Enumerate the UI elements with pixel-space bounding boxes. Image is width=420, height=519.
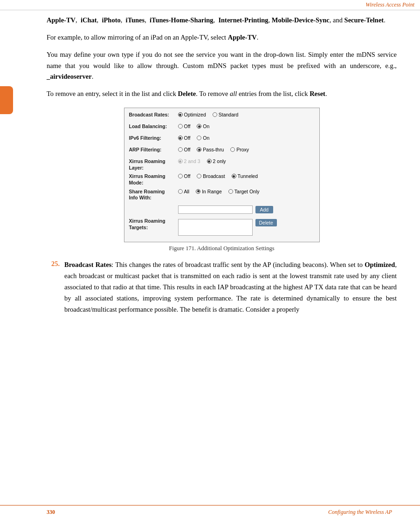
option-standard: Standard xyxy=(213,112,239,117)
label-mode-off: Off xyxy=(184,173,191,179)
radio-standard xyxy=(213,112,217,117)
paragraph-1: Apple-TV, iChat, iPhoto, iTunes, iTunes-… xyxy=(47,15,397,26)
option-arp-passthru: Pass-thru xyxy=(197,147,224,152)
term-mobile-sync: Mobile-Device-Sync xyxy=(272,16,330,24)
radio-mode-tunneled xyxy=(232,174,236,178)
label-optimized: Optimized xyxy=(184,112,206,117)
radio-arp-off xyxy=(178,147,183,152)
label-arp-passthru: Pass-thru xyxy=(203,147,224,152)
option-arp-proxy: Proxy xyxy=(230,147,249,152)
label-load-balancing: Load Balancing: xyxy=(129,123,178,130)
label-ipv6-on: On xyxy=(203,135,209,141)
term-ichat: iChat xyxy=(81,16,97,24)
label-share-inrange: In Range xyxy=(202,189,222,194)
radio-ipv6-off xyxy=(178,136,183,140)
label-ipv6-off: Off xyxy=(184,135,191,141)
option-lb-on: On xyxy=(197,123,209,129)
radio-mode-broadcast xyxy=(197,174,201,178)
radio-layer-2and3 xyxy=(178,159,183,164)
option-mode-broadcast: Broadcast xyxy=(197,173,225,179)
label-mode-tunneled: Tunneled xyxy=(238,173,258,179)
option-mode-off: Off xyxy=(178,173,191,179)
target-list-box[interactable] xyxy=(178,219,253,236)
apple-tv-bold: Apple-TV xyxy=(228,34,257,41)
options-share-roaming: All In Range Target Only xyxy=(178,189,315,194)
paragraph-4: To remove an entry, select it in the lis… xyxy=(47,89,397,99)
term-broadcast-rates: Broadcast Rates xyxy=(64,261,111,268)
label-arp-off: Off xyxy=(184,147,191,152)
item-25-number: 25. xyxy=(47,260,60,315)
label-share-targetonly: Target Only xyxy=(234,189,260,194)
add-button[interactable]: Add xyxy=(255,206,274,213)
radio-lb-off xyxy=(178,124,183,129)
radio-arp-passthru xyxy=(197,147,201,152)
options-roaming-mode: Off Broadcast Tunneled xyxy=(178,173,315,179)
reset-bold: Reset xyxy=(310,90,325,97)
term-internet-printing: Internet-Printing xyxy=(218,16,268,24)
paragraph-3: You may define your own type if you do n… xyxy=(47,49,397,82)
add-delete-area: Add xyxy=(178,205,274,216)
row-share-roaming: Share Roaming Info With: All In Range Ta… xyxy=(129,189,315,201)
option-arp-off: Off xyxy=(178,147,191,152)
label-ipv6: IPv6 Filtering: xyxy=(129,135,178,142)
label-lb-on: On xyxy=(203,123,209,129)
label-roaming-mode: Xirrus Roaming Mode: xyxy=(129,173,178,186)
code-airvideoserver: _airvideoserver xyxy=(47,73,92,80)
options-roaming-layer: 2 and 3 2 only xyxy=(178,158,315,164)
term-iphoto: iPhoto xyxy=(102,16,120,24)
row-roaming-layer: Xirrus Roaming Layer: 2 and 3 2 only xyxy=(129,158,315,171)
footer-section: Configuring the Wireless AP xyxy=(328,509,392,516)
row-roaming-mode: Xirrus Roaming Mode: Off Broadcast Tunne… xyxy=(129,173,315,186)
footer-page-number: 330 xyxy=(47,509,55,516)
main-content: Apple-TV, iChat, iPhoto, iTunes, iTunes-… xyxy=(47,10,397,505)
radio-optimized xyxy=(178,112,183,117)
label-standard: Standard xyxy=(219,112,239,117)
term-itunes-home: iTunes-Home-Sharing xyxy=(150,16,213,24)
label-share-all: All xyxy=(184,189,190,194)
side-tab xyxy=(0,86,13,114)
label-mode-broadcast: Broadcast xyxy=(203,173,225,179)
radio-share-targetonly xyxy=(228,189,233,194)
row-load-balancing: Load Balancing: Off On xyxy=(129,123,315,133)
settings-table: Broadcast Rates: Optimized Standard Load… xyxy=(124,108,320,242)
header-bar: Wireless Access Point xyxy=(0,0,420,10)
row-ipv6: IPv6 Filtering: Off On xyxy=(129,135,315,144)
label-arp: ARP Filtering: xyxy=(129,147,178,153)
option-share-targetonly: Target Only xyxy=(228,189,260,194)
radio-layer-2only xyxy=(207,159,212,164)
item-25-content: Broadcast Rates: This changes the rates … xyxy=(64,260,397,315)
all-italic: all xyxy=(230,90,237,97)
options-load-balancing: Off On xyxy=(178,123,315,129)
row-roaming-targets: Xirrus Roaming Targets: Delete xyxy=(129,218,315,236)
item-25: 25. Broadcast Rates: This changes the ra… xyxy=(47,260,397,315)
option-layer-2only: 2 only xyxy=(207,158,226,164)
label-layer-2and3: 2 and 3 xyxy=(184,158,200,164)
radio-arp-proxy xyxy=(230,147,235,152)
delete-button[interactable]: Delete xyxy=(255,219,277,226)
option-mode-tunneled: Tunneled xyxy=(232,173,258,179)
radio-share-inrange xyxy=(196,189,200,194)
add-input-row: Add xyxy=(178,205,274,214)
label-broadcast-rates: Broadcast Rates: xyxy=(129,112,178,118)
row-add-input: Add xyxy=(129,204,315,216)
option-lb-off: Off xyxy=(178,123,191,129)
label-roaming-targets: Xirrus Roaming Targets: xyxy=(129,218,178,231)
label-lb-off: Off xyxy=(184,123,191,129)
option-optimized: Optimized xyxy=(178,112,206,117)
header-title: Wireless Access Point xyxy=(365,1,414,8)
figure-caption: Figure 171. Additional Optimization Sett… xyxy=(47,245,397,252)
radio-lb-on xyxy=(197,124,201,129)
term-secure-telnet: Secure-Telnet xyxy=(344,16,384,24)
option-share-inrange: In Range xyxy=(196,189,222,194)
options-ipv6: Off On xyxy=(178,135,315,141)
option-ipv6-off: Off xyxy=(178,135,191,141)
target-area: Delete xyxy=(178,219,277,236)
paragraph-2: For example, to allow mirroring of an iP… xyxy=(47,32,397,43)
footer-bar: 330 Configuring the Wireless AP xyxy=(0,505,420,519)
label-layer-2only: 2 only xyxy=(213,158,226,164)
options-broadcast-rates: Optimized Standard xyxy=(178,112,315,117)
term-apple-tv: Apple-TV xyxy=(47,16,76,24)
option-layer-2and3: 2 and 3 xyxy=(178,158,200,164)
add-text-input[interactable] xyxy=(178,205,253,214)
figure-container: Broadcast Rates: Optimized Standard Load… xyxy=(47,108,397,252)
